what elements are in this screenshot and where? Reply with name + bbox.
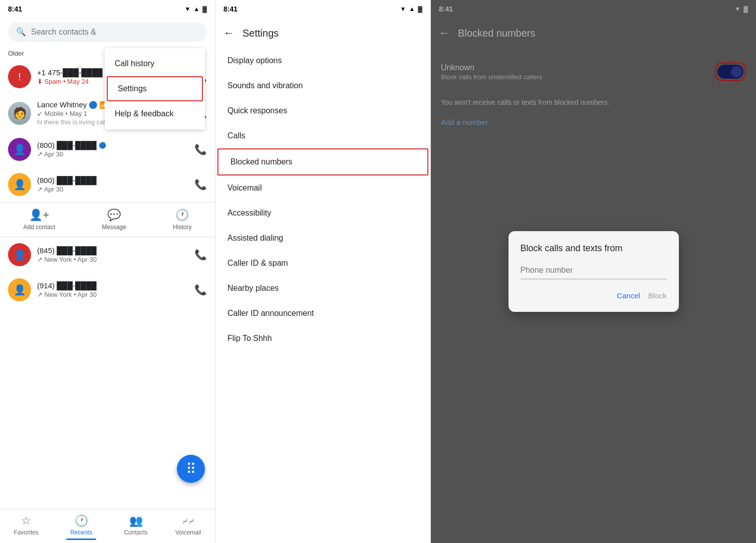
dropdown-help[interactable]: Help & feedback <box>105 102 205 125</box>
history-label: History <box>173 224 191 231</box>
avatar-914: 👤 <box>8 278 31 301</box>
cancel-button[interactable]: Cancel <box>617 291 640 300</box>
contacts-icon: 👥 <box>129 514 143 527</box>
battery-icon-2: ▓ <box>418 6 422 13</box>
nav-favorites-label: Favorites <box>14 529 39 536</box>
settings-display-options[interactable]: Display options <box>215 48 430 73</box>
contact-info-845: (845) ███-████ ↗ New York • Apr 30 <box>37 246 188 263</box>
call-icon-845[interactable]: 📞 <box>194 249 207 261</box>
clock-icon: 🕐 <box>75 514 88 527</box>
settings-title: Settings <box>242 28 279 39</box>
nav-contacts[interactable]: 👥 Contacts <box>124 514 147 540</box>
active-indicator <box>66 538 96 540</box>
status-time-2: 8:41 <box>223 5 237 13</box>
avatar-800-2: 👤 <box>8 173 31 196</box>
status-icons-2: ▼ ▲ ▓ <box>400 6 422 13</box>
name-row-800-1: (800) ███-████ 🔵 <box>37 141 188 149</box>
contact-item-845[interactable]: 👤 (845) ███-████ ↗ New York • Apr 30 📞 <box>0 237 215 272</box>
signal-icon: ▲ <box>193 6 199 13</box>
back-button-settings[interactable]: ← <box>223 27 234 40</box>
settings-accessibility[interactable]: Accessibility <box>215 201 430 226</box>
battery-icon: ▓ <box>202 6 207 13</box>
dropdown-menu: Call history Settings Help & feedback <box>105 48 205 129</box>
settings-voicemail[interactable]: Voicemail <box>215 175 430 201</box>
contact-name-lance: Lance Whitney <box>37 100 87 109</box>
settings-sounds-vibration[interactable]: Sounds and vibration <box>215 73 430 98</box>
voicemail-icon: ⌿⌿ <box>182 514 195 527</box>
contact-sub-800-1: ↗ Apr 30 <box>37 150 188 158</box>
contact-info-800-2: (800) ███-████ ↗ Apr 30 <box>37 176 188 193</box>
block-button[interactable]: Block <box>648 291 667 300</box>
settings-quick-responses[interactable]: Quick responses <box>215 98 430 123</box>
dialog-actions: Cancel Block <box>521 291 667 300</box>
add-contact-button[interactable]: 👤+ Add contact <box>24 209 55 231</box>
action-bar: 👤+ Add contact 💬 Message 🕐 History <box>0 202 215 237</box>
avatar-845: 👤 <box>8 243 31 266</box>
settings-assisted-dialing[interactable]: Assisted dialing <box>215 226 430 251</box>
call-icon-800-2[interactable]: 📞 <box>194 178 207 191</box>
nav-voicemail[interactable]: ⌿⌿ Voicemail <box>175 514 201 540</box>
dialog-overlay: Block calls and texts from Cancel Block <box>431 0 756 543</box>
fab-dialpad[interactable]: ⠿ <box>177 455 205 483</box>
panel-settings: 8:41 ▼ ▲ ▓ ← Settings Display options So… <box>215 0 431 543</box>
panel-contacts: 8:41 ▼ ▲ ▓ 🔍 Older ! +1 475-███-████ ⬇ S… <box>0 0 215 543</box>
contact-info-914: (914) ███-████ ↗ New York • Apr 30 <box>37 281 188 298</box>
phone-number-input[interactable] <box>521 264 667 279</box>
status-bar-1: 8:41 ▼ ▲ ▓ <box>0 0 215 18</box>
search-input[interactable] <box>31 28 199 37</box>
nav-favorites[interactable]: ☆ Favorites <box>14 514 39 540</box>
person-icon-845: 👤 <box>14 249 26 261</box>
status-icons-1: ▼ ▲ ▓ <box>184 6 207 13</box>
person-icon-800-1: 👤 <box>14 143 26 155</box>
bottom-nav: ☆ Favorites 🕐 Recents 👥 Contacts ⌿⌿ Voic… <box>0 509 215 543</box>
person-icon-800-2: 👤 <box>14 178 26 191</box>
settings-calls[interactable]: Calls <box>215 123 430 148</box>
settings-topbar: ← Settings <box>215 18 430 48</box>
settings-caller-id-announcement[interactable]: Caller ID announcement <box>215 301 430 326</box>
history-button[interactable]: 🕐 History <box>173 209 191 231</box>
panel-blocked-numbers: 8:41 ▼ ▓ ← Blocked numbers Unknown Block… <box>431 0 756 543</box>
search-icon: 🔍 <box>16 27 26 37</box>
contact-item-914[interactable]: 👤 (914) ███-████ ↗ New York • Apr 30 📞 <box>0 272 215 307</box>
avatar-lance: 🧑 <box>8 102 31 125</box>
star-icon: ☆ <box>21 514 31 527</box>
nav-voicemail-label: Voicemail <box>175 529 201 536</box>
avatar-spam: ! <box>8 65 31 88</box>
settings-blocked-numbers[interactable]: Blocked numbers <box>217 148 428 175</box>
status-time-1: 8:41 <box>8 5 22 13</box>
exclamation-icon: ! <box>18 71 21 83</box>
photo-face-lance: 🧑 <box>8 102 31 125</box>
add-contact-label: Add contact <box>24 224 55 231</box>
contact-info-800-1: (800) ███-████ 🔵 ↗ Apr 30 <box>37 141 188 158</box>
dialog-title: Block calls and texts from <box>521 243 667 254</box>
contact-name-845: (845) ███-████ <box>37 246 188 255</box>
settings-flip-shhh[interactable]: Flip To Shhh <box>215 326 430 351</box>
call-icon-914[interactable]: 📞 <box>194 284 207 296</box>
google-dot-icon: 🔵 <box>89 101 97 109</box>
contact-sub-800-2: ↗ Apr 30 <box>37 186 188 193</box>
contact-item-800-2[interactable]: 👤 (800) ███-████ ↗ Apr 30 📞 <box>0 167 215 202</box>
add-contact-icon: 👤+ <box>29 209 49 222</box>
contact-name-800-1: (800) ███-████ <box>37 141 97 149</box>
contact-sub-914: ↗ New York • Apr 30 <box>37 291 188 298</box>
contact-item-800-1[interactable]: 👤 (800) ███-████ 🔵 ↗ Apr 30 📞 <box>0 132 215 167</box>
avatar-800-1: 👤 <box>8 138 31 161</box>
nav-recents-label: Recents <box>70 529 92 536</box>
call-icon-800-1[interactable]: 📞 <box>194 143 207 155</box>
message-label: Message <box>102 224 126 231</box>
dialpad-icon: ⠿ <box>186 461 196 477</box>
contact-sub-845: ↗ New York • Apr 30 <box>37 256 188 263</box>
settings-caller-id-spam[interactable]: Caller ID & spam <box>215 251 430 276</box>
contact-name-800-2: (800) ███-████ <box>37 176 188 185</box>
dropdown-call-history[interactable]: Call history <box>105 52 205 75</box>
nav-contacts-label: Contacts <box>124 529 147 536</box>
block-number-dialog: Block calls and texts from Cancel Block <box>509 231 679 312</box>
settings-nearby-places[interactable]: Nearby places <box>215 276 430 301</box>
blue-dot-800-1: 🔵 <box>99 142 106 149</box>
nav-recents[interactable]: 🕐 Recents <box>66 514 96 540</box>
dropdown-settings[interactable]: Settings <box>107 76 203 101</box>
wifi-icon: ▼ <box>184 6 190 13</box>
message-icon: 💬 <box>107 209 121 222</box>
message-button[interactable]: 💬 Message <box>102 209 126 231</box>
search-bar[interactable]: 🔍 <box>8 22 207 42</box>
